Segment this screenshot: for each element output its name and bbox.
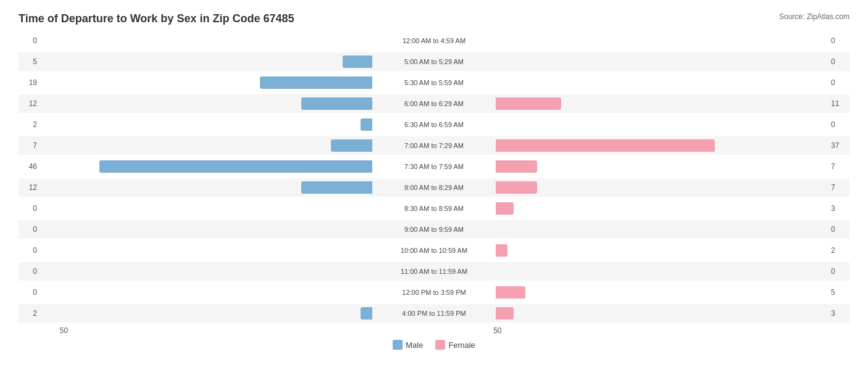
- time-label: 6:00 AM to 6:29 AM: [372, 100, 496, 107]
- male-bar-container: [40, 244, 372, 257]
- left-section: 0: [19, 220, 372, 239]
- female-value: 37: [831, 141, 849, 150]
- female-bar: [496, 181, 537, 194]
- female-bar-container: [496, 244, 828, 257]
- female-value: 3: [831, 309, 849, 318]
- axis-left: 50: [19, 326, 375, 335]
- male-value: 0: [19, 204, 37, 213]
- female-legend-label: Female: [448, 340, 475, 350]
- female-value: 0: [831, 78, 849, 87]
- female-value: 7: [831, 183, 849, 192]
- male-bar-container: [40, 181, 372, 194]
- left-section: 0: [19, 241, 372, 260]
- bar-row: 0 9:00 AM to 9:59 AM 0: [19, 220, 849, 239]
- female-value: 11: [831, 99, 849, 108]
- right-section: 11: [496, 94, 849, 113]
- source-text: Source: ZipAtlas.com: [779, 12, 849, 21]
- female-bar: [496, 139, 715, 152]
- bar-row: 0 11:00 AM to 11:59 AM 0: [19, 262, 849, 281]
- female-bar-container: [496, 181, 828, 194]
- left-section: 12: [19, 178, 372, 197]
- chart-title: Time of Departure to Work by Sex in Zip …: [19, 12, 849, 25]
- legend-male: Male: [393, 340, 423, 350]
- male-bar-container: [40, 35, 372, 47]
- axis-right-label: 50: [493, 326, 501, 335]
- left-section: 2: [19, 304, 372, 323]
- female-bar-container: [496, 35, 828, 47]
- female-bar-container: [496, 118, 828, 131]
- time-label: 12:00 AM to 4:59 AM: [372, 37, 496, 44]
- female-value: 2: [831, 246, 849, 255]
- left-section: 0: [19, 283, 372, 302]
- legend: Male Female: [19, 340, 849, 350]
- bar-row: 0 12:00 PM to 3:59 PM 5: [19, 283, 849, 302]
- left-section: 19: [19, 73, 372, 92]
- male-bar-container: [40, 286, 372, 299]
- female-value: 0: [831, 36, 849, 45]
- female-value: 0: [831, 120, 849, 129]
- male-bar: [361, 118, 372, 131]
- left-section: 0: [19, 199, 372, 218]
- female-bar: [496, 307, 514, 320]
- male-value: 2: [19, 120, 37, 129]
- time-label: 8:00 AM to 8:29 AM: [372, 184, 496, 191]
- male-bar-container: [40, 202, 372, 215]
- right-section: 0: [496, 115, 849, 134]
- left-section: 7: [19, 136, 372, 155]
- male-legend-label: Male: [406, 340, 423, 350]
- bar-row: 19 5:30 AM to 5:59 AM 0: [19, 73, 849, 92]
- bar-row: 12 8:00 AM to 8:29 AM 7: [19, 178, 849, 197]
- time-label: 7:00 AM to 7:29 AM: [372, 142, 496, 149]
- left-section: 0: [19, 31, 372, 50]
- time-label: 7:30 AM to 7:59 AM: [372, 163, 496, 170]
- bar-row: 0 12:00 AM to 4:59 AM 0: [19, 31, 849, 50]
- chart-area: 0 12:00 AM to 4:59 AM 0 5 5:00 AM to 5:2…: [19, 31, 849, 323]
- right-section: 0: [496, 73, 849, 92]
- male-bar-container: [40, 160, 372, 173]
- male-legend-box: [393, 340, 403, 350]
- right-section: 7: [496, 178, 849, 197]
- female-value: 0: [831, 267, 849, 276]
- bar-row: 5 5:00 AM to 5:29 AM 0: [19, 52, 849, 71]
- female-bar-container: [496, 139, 828, 152]
- left-section: 46: [19, 157, 372, 176]
- male-bar: [301, 181, 372, 194]
- female-bar-container: [496, 97, 828, 110]
- female-bar: [496, 286, 525, 299]
- male-bar-container: [40, 223, 372, 236]
- right-section: 37: [496, 136, 849, 155]
- male-value: 0: [19, 36, 37, 45]
- male-value: 12: [19, 183, 37, 192]
- male-bar-container: [40, 76, 372, 89]
- left-section: 12: [19, 94, 372, 113]
- bar-row: 12 6:00 AM to 6:29 AM 11: [19, 94, 849, 113]
- female-value: 0: [831, 225, 849, 234]
- female-bar-container: [496, 76, 828, 89]
- female-legend-box: [435, 340, 445, 350]
- female-bar-container: [496, 307, 828, 320]
- right-section: 5: [496, 283, 849, 302]
- bar-row: 7 7:00 AM to 7:29 AM 37: [19, 136, 849, 155]
- axis-right-section: 50: [493, 326, 849, 335]
- time-label: 10:00 AM to 10:59 AM: [372, 247, 496, 254]
- left-section: 2: [19, 115, 372, 134]
- time-label: 4:00 PM to 11:59 PM: [372, 310, 496, 317]
- female-bar: [496, 244, 507, 257]
- male-value: 5: [19, 57, 37, 66]
- legend-female: Female: [435, 340, 475, 350]
- time-label: 11:00 AM to 11:59 AM: [372, 268, 496, 275]
- time-label: 9:00 AM to 9:59 AM: [372, 226, 496, 233]
- bar-row: 0 8:30 AM to 8:59 AM 3: [19, 199, 849, 218]
- female-bar: [496, 202, 514, 215]
- right-section: 0: [496, 220, 849, 239]
- male-value: 0: [19, 246, 37, 255]
- male-value: 0: [19, 288, 37, 297]
- right-section: 0: [496, 52, 849, 71]
- time-label: 8:30 AM to 8:59 AM: [372, 205, 496, 212]
- right-section: 2: [496, 241, 849, 260]
- male-bar: [301, 97, 372, 110]
- male-value: 0: [19, 267, 37, 276]
- female-value: 3: [831, 204, 849, 213]
- male-bar: [331, 139, 372, 152]
- male-bar-container: [40, 139, 372, 152]
